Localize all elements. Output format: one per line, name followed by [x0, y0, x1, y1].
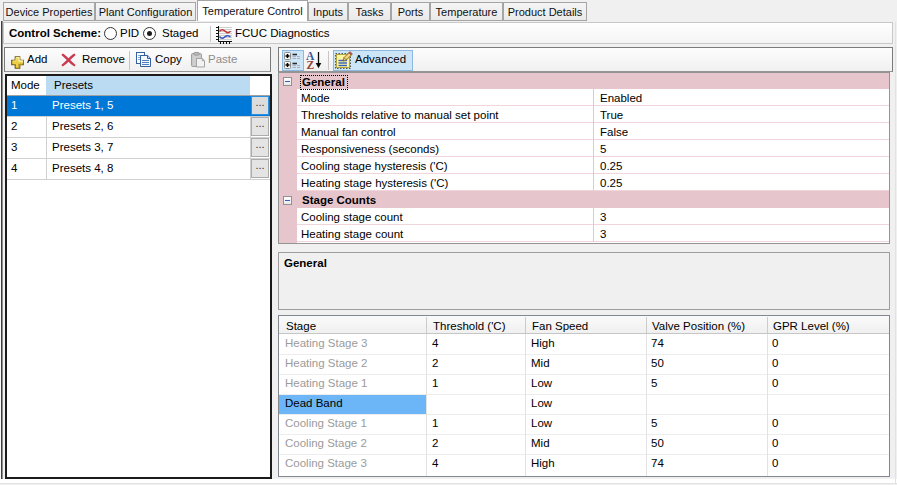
- svg-text:Z: Z: [307, 59, 315, 70]
